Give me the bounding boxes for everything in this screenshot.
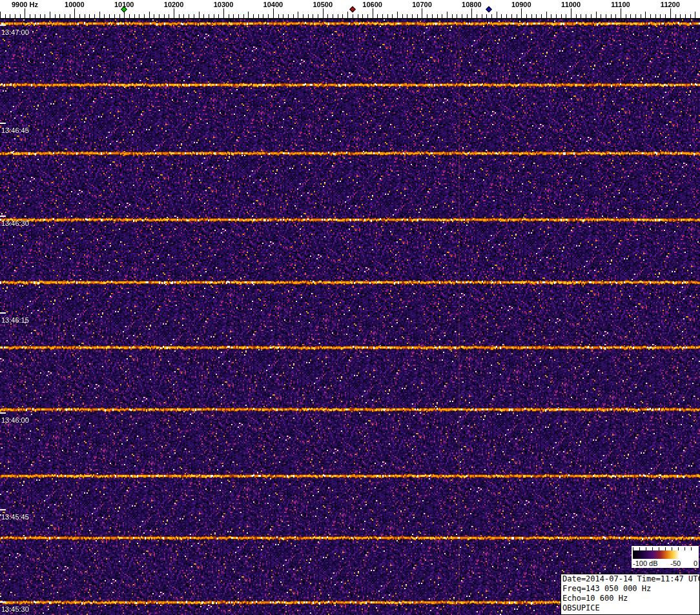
freq-label: 10500 [313,1,333,8]
time-label: 13:45:45 [1,513,29,521]
colorbar-mid-label: -50 [670,560,681,567]
time-tick [0,412,6,414]
info-line: OBSUPICE [562,603,698,613]
time-label: 13:46:45 [1,126,29,134]
freq-label: 10000 [65,1,85,8]
freq-label: 10800 [462,1,482,8]
time-tick [0,509,6,510]
colorbar-min-label: -100 dB [633,560,658,567]
time-tick [0,123,6,124]
time-tick [0,25,6,26]
spectrogram-canvas[interactable] [0,19,700,615]
time-tick [0,216,6,217]
info-line: Date=2014-07-14 Time=11:47 UTC [562,574,698,584]
info-line: Echo=10 600 Hz [562,594,698,603]
freq-label: 9900 Hz [12,1,38,8]
time-label: 13:46:30 [1,219,29,227]
time-label: 13:47:00 [1,28,29,36]
spectrogram-area[interactable]: 13:47:0013:46:4513:46:3013:46:1513:46:00… [0,19,700,615]
time-label: 13:45:30 [1,605,29,613]
freq-label: 10200 [164,1,184,8]
info-box: Date=2014-07-14 Time=11:47 UTCFreq=143 0… [561,574,700,615]
colorbar-gradient [633,550,697,559]
spectrogram-display: 9900 Hz100001010010200103001040010500106… [0,0,700,615]
colorbar-labels: -100 dB -50 0 [633,559,697,567]
freq-label: 10700 [412,1,432,8]
freq-label: 11000 [561,1,581,8]
time-label: 13:46:15 [1,316,29,324]
frequency-ruler[interactable]: 9900 Hz100001010010200103001040010500106… [0,0,700,19]
time-label: 13:46:00 [1,416,29,424]
colorbar-max-label: 0 [694,560,697,567]
time-tick [0,601,6,603]
time-tick [0,312,6,314]
freq-label: 11100 [611,1,630,8]
freq-label: 10600 [362,1,382,8]
freq-label: 10300 [214,1,234,8]
freq-label: 10400 [263,1,283,8]
colorbar: -100 dB -50 0 [632,546,699,568]
freq-label: 11200 [661,1,680,8]
info-line: Freq=143 050 000 Hz [562,584,698,594]
freq-label: 10900 [511,1,531,8]
